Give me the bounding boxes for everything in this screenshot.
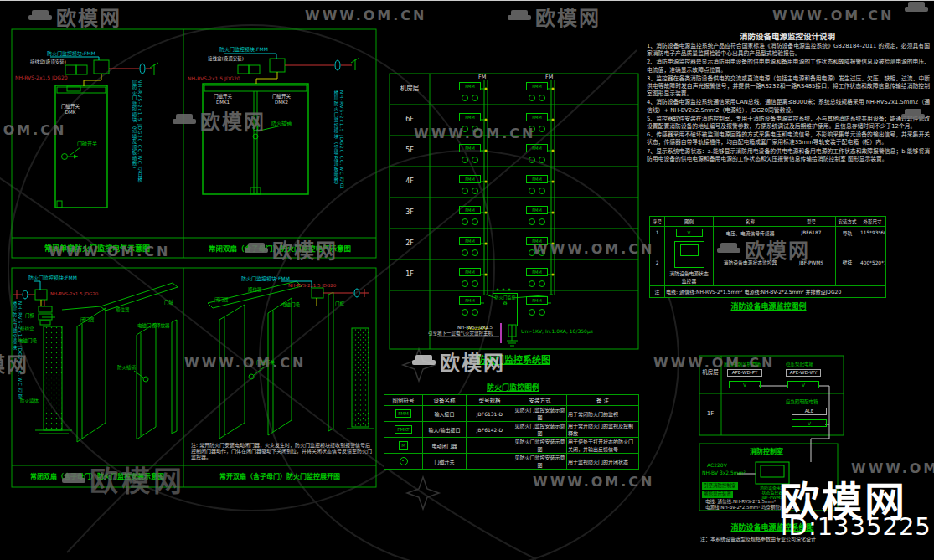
bl-door-artwork bbox=[13, 281, 178, 442]
fm-box: FMM bbox=[459, 175, 481, 183]
tr-leaf2-code: DMK2 bbox=[268, 100, 295, 105]
bl-wire-label: NH-RVS-2x1.5 JDG20 bbox=[50, 291, 98, 297]
pl-footer: 电线: 通信线:NH-RVS-2*1.5mm² 电源线:NH-BV-2*2.5m… bbox=[665, 286, 886, 298]
fm-module: FMM bbox=[459, 144, 481, 163]
watermark-text: 欧模网 bbox=[272, 234, 338, 264]
power-monitor-symbol: 消防设备电源状态监控器 bbox=[665, 239, 714, 286]
dl-cell: JBF6142-D bbox=[467, 422, 513, 438]
dl-cell: 见防火门监控安装示意图 bbox=[513, 422, 567, 438]
table-row: 注 电线: 通信线:NH-RVS-2*1.5mm² 电源线:NH-BV-2*2.… bbox=[650, 286, 886, 298]
watermark-url: WWW.OM.CN bbox=[49, 244, 170, 259]
cad-sheet: 防火门监控模块:FMM 接线盒(吸顶安装) NH-RVS-2x1.5 JDG20… bbox=[0, 0, 934, 560]
cr-link-label: 引至消防控制室 图形显示装置 bbox=[702, 482, 738, 499]
bl-sequencer-label: 顺位器 bbox=[116, 307, 130, 313]
watermark-text: 欧模网 bbox=[56, 2, 121, 31]
pl-header: 图例 bbox=[665, 217, 714, 227]
fm-box: FMM bbox=[526, 268, 548, 276]
pl-cell: 导轨 bbox=[836, 227, 859, 239]
watermark: 欧模网 bbox=[28, 2, 121, 31]
dl-cell: 用于常闭防火门的监视 bbox=[567, 406, 639, 422]
fm-module: FMM bbox=[459, 175, 481, 194]
watermark bbox=[901, 109, 925, 121]
br-wire-label: NH-RVS-2x1.5 JDG20 bbox=[288, 283, 336, 289]
tr-junction-label: 接线盒(吸顶安装) bbox=[208, 56, 244, 62]
fm-box: FMM bbox=[526, 296, 548, 305]
tr-module-label: 防火门监控模块:FMM bbox=[219, 46, 268, 52]
pl-cell: 1 bbox=[650, 227, 665, 239]
fm-box: FMM bbox=[526, 144, 548, 152]
cr-link-line2: 图形显示装置 bbox=[702, 491, 733, 498]
sofa-icon bbox=[28, 10, 52, 23]
tl-junction-label: 接线盒(吸顶安装) bbox=[30, 59, 66, 65]
watermark-url: WWW.OM.CN bbox=[305, 8, 426, 23]
dl-cell bbox=[467, 454, 513, 470]
ps-first-label: 应急照明配电箱 bbox=[786, 399, 818, 405]
floor-label-2f: 2F bbox=[391, 239, 428, 248]
ps-first-floor: 1F bbox=[700, 410, 720, 417]
fmm-symbol: FMM bbox=[395, 409, 411, 418]
note-item: 1、消防设备电源监控系统产品应符合国家标准《消防设备电源监控系统》GB28184… bbox=[647, 43, 930, 58]
note-item: 6、传感器采用不破坏被监测电源回路的方式采集电压和电流信号，不影响采集单元设备的… bbox=[647, 131, 930, 146]
watermark-text: 欧模网 bbox=[90, 459, 185, 500]
floor-label-4f: 4F bbox=[391, 177, 428, 186]
fm-module: FMM bbox=[526, 296, 548, 316]
cr-cable: NH-BV 3x2.5mm² bbox=[702, 470, 746, 475]
pl-cell: 壁挂 bbox=[836, 239, 859, 286]
bl-frame-label: 门框 bbox=[25, 313, 34, 319]
fm-box: FMM bbox=[526, 175, 548, 183]
fm-box: FMM bbox=[459, 268, 481, 276]
tr-riser-note: NH-RVS-2x1.5 JDG20 CC.WC 引自楼层防火门监控模块（沿墙及… bbox=[333, 90, 344, 191]
dl-cell: 见防火门监控安装示意图 bbox=[513, 438, 567, 454]
pl-header: 名称 bbox=[714, 217, 787, 227]
watermark: 欧模网 bbox=[62, 459, 185, 500]
power-notes-title: 消防设备电源监控设计说明 bbox=[662, 30, 913, 42]
floor-label-3f: 3F bbox=[391, 208, 428, 217]
dl-header: 安装方式 bbox=[513, 395, 567, 406]
pl-header: 外形尺寸 bbox=[859, 217, 886, 227]
dl-header: 型号规格 bbox=[467, 395, 513, 406]
fm-box: FMM bbox=[526, 113, 548, 121]
watermark-url: WWW.OM.CN bbox=[414, 126, 535, 141]
fm-module: FMM bbox=[459, 82, 481, 101]
dl-cell: 用于监视防火门的开闭状态 bbox=[567, 454, 639, 470]
door-legend-caption: 防火门监控图例 bbox=[452, 382, 574, 393]
bl-axis-label: 门轴 bbox=[164, 300, 173, 306]
tr-leaf1-label: 门磁开关 DMK1 bbox=[209, 94, 236, 105]
ps-group2-box: APE-WD-WY bbox=[786, 369, 821, 377]
tr-leaf2-name: 门磁开关 bbox=[268, 94, 295, 100]
dl-cell bbox=[467, 438, 513, 454]
sofa-icon bbox=[508, 10, 531, 23]
spd-label: Un>1KV, In:1.0KA, 10/350μs bbox=[521, 328, 593, 334]
fm-module: FMM bbox=[526, 268, 548, 287]
sofa-icon bbox=[245, 243, 268, 255]
fm-module: FMM bbox=[526, 175, 548, 194]
watermark-text: 欧模网 bbox=[440, 347, 505, 376]
note-item: 5、监控器软件安装在消防控制室，专用于消防设备电源监控系统，不与其他消防系统共用… bbox=[647, 116, 930, 131]
riser-feeder-note: NH-RVS—2x1.5 引至地下一层电气火灾监控主机 bbox=[419, 325, 493, 336]
bl-module-label: 防火门监控模块:FMM bbox=[28, 275, 77, 280]
bl-release-label: 电磁门吸释放器 bbox=[137, 323, 170, 329]
note-item: 7、显示系统电源状态：a.能够显示消防用电设备的供电电源和备用电源的工作状态和故… bbox=[647, 148, 930, 163]
voltage-sensor-symbol: V bbox=[676, 229, 703, 237]
dl-header: 图例符号 bbox=[384, 395, 423, 406]
bl-closer-label: 闭门器 bbox=[80, 317, 95, 323]
dl-header: 设备名称 bbox=[423, 395, 467, 406]
fm-module: FMM bbox=[459, 237, 481, 256]
fmkt-symbol: FMKT bbox=[395, 425, 411, 434]
watermark-url: WWW.OM.CN bbox=[772, 8, 894, 23]
fm-module: FMM bbox=[526, 82, 548, 101]
note-item: 4、消防设备电源监控系统通信采用CAN总线，通信距离≤8000米；系统总线规格采… bbox=[647, 99, 930, 114]
image-id: ID:1335225 bbox=[781, 512, 931, 541]
bl-junction-label: 接线盒 bbox=[20, 326, 34, 332]
door-legend-table: 图例符号 设备名称 型号规格 安装方式 备 注 FMM 输入接口 JBF6131… bbox=[384, 394, 639, 470]
cr-power: AC220V bbox=[707, 462, 727, 468]
monitor-cabinet-icon bbox=[674, 241, 704, 268]
watermark-text: 欧模网 bbox=[200, 105, 266, 135]
tr-bolt-label: 防火插销 bbox=[271, 120, 292, 126]
door-magnet-icon bbox=[400, 457, 408, 465]
watermark: 欧模网 bbox=[508, 2, 601, 31]
tl-doorswitch-name: 门磁开关 bbox=[57, 104, 84, 110]
fm-box: FMM bbox=[459, 237, 481, 245]
fm-module: FMM bbox=[459, 296, 481, 316]
sofa-icon bbox=[173, 114, 196, 126]
